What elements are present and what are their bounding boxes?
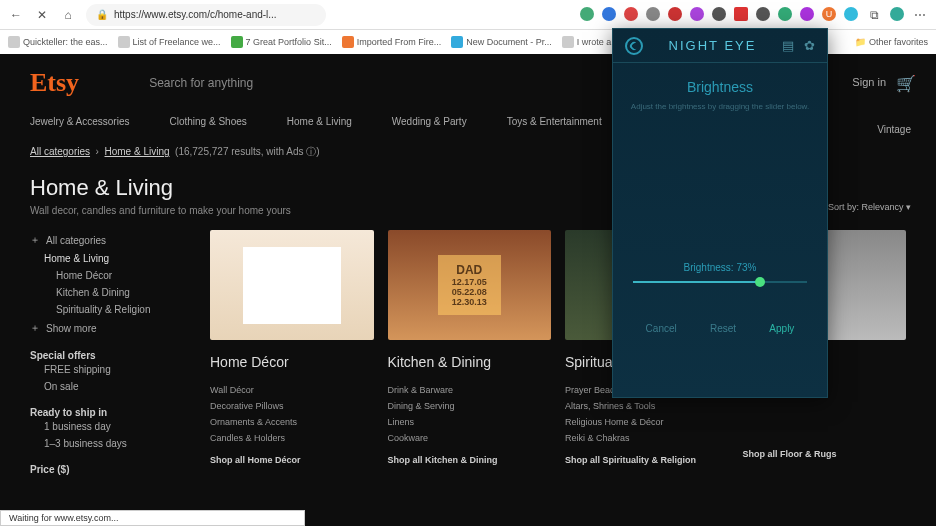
- category-link[interactable]: Wall Décor: [210, 382, 374, 398]
- breadcrumb-link[interactable]: All categories: [30, 146, 90, 157]
- category-link[interactable]: Dining & Serving: [388, 398, 552, 414]
- cancel-button[interactable]: Cancel: [646, 323, 677, 334]
- breadcrumb-link[interactable]: Home & Living: [104, 146, 169, 157]
- sidebar-subcat[interactable]: Kitchen & Dining: [30, 284, 190, 301]
- brightness-slider[interactable]: [633, 281, 807, 283]
- sort-dropdown[interactable]: Sort by: Relevancy ▾: [828, 202, 911, 212]
- product-image-text: DAD 12.17.05 05.22.08 12.30.13: [438, 255, 501, 315]
- bookmark-item[interactable]: New Document - Pr...: [451, 36, 552, 48]
- sidebar-subcat[interactable]: Home Décor: [30, 267, 190, 284]
- show-more[interactable]: ＋ Show more: [30, 318, 190, 338]
- bookmark-item[interactable]: Imported From Fire...: [342, 36, 442, 48]
- cart-icon[interactable]: 🛒: [896, 74, 916, 93]
- category-link[interactable]: Candles & Holders: [210, 430, 374, 446]
- result-count: (16,725,727 results, with Ads ⓘ): [175, 146, 320, 157]
- night-eye-header: NIGHT EYE ▤ ✿: [613, 29, 827, 63]
- gear-icon[interactable]: ✿: [804, 38, 815, 53]
- ext-icon[interactable]: [756, 7, 770, 21]
- category-link[interactable]: Drink & Barware: [388, 382, 552, 398]
- filter-sidebar: ＋ All categories Home & Living Home Déco…: [30, 230, 190, 475]
- night-eye-title: NIGHT EYE: [669, 38, 757, 53]
- ext-icon[interactable]: [712, 7, 726, 21]
- nav-item[interactable]: Jewelry & Accessories: [30, 116, 129, 127]
- close-icon[interactable]: ✕: [34, 7, 50, 23]
- filter-option[interactable]: FREE shipping: [30, 361, 190, 378]
- ext-icon[interactable]: [668, 7, 682, 21]
- night-eye-logo-icon[interactable]: [625, 37, 643, 55]
- collections-icon[interactable]: ⧉: [866, 7, 882, 23]
- brightness-heading: Brightness: [629, 79, 811, 95]
- other-favorites[interactable]: 📁Other favorites: [855, 37, 928, 47]
- shop-all-link[interactable]: Shop all Kitchen & Dining: [388, 452, 552, 468]
- ext-icon[interactable]: [844, 7, 858, 21]
- category-title[interactable]: Kitchen & Dining: [388, 354, 552, 370]
- etsy-logo[interactable]: Etsy: [30, 68, 79, 98]
- menu-icon[interactable]: ⋯: [912, 7, 928, 23]
- nav-item[interactable]: Home & Living: [287, 116, 352, 127]
- nav-item[interactable]: Wedding & Party: [392, 116, 467, 127]
- category-link[interactable]: Religious Home & Décor: [565, 414, 729, 430]
- nav-vintage[interactable]: Vintage: [877, 124, 911, 135]
- profile-icon[interactable]: [890, 7, 904, 21]
- filter-option[interactable]: 1 business day: [30, 418, 190, 435]
- home-icon[interactable]: ⌂: [60, 7, 76, 23]
- ext-icon[interactable]: [602, 7, 616, 21]
- bookmark-item[interactable]: List of Freelance we...: [118, 36, 221, 48]
- chat-icon[interactable]: ▤: [782, 38, 794, 53]
- category-link[interactable]: Reiki & Chakras: [565, 430, 729, 446]
- bookmark-item[interactable]: Quickteller: the eas...: [8, 36, 108, 48]
- sidebar-subcat[interactable]: Spirituality & Religion: [30, 301, 190, 318]
- slider-thumb[interactable]: [755, 277, 765, 287]
- category-column: DAD 12.17.05 05.22.08 12.30.13 Kitchen &…: [388, 230, 552, 475]
- category-title[interactable]: Home Décor: [210, 354, 374, 370]
- ext-icon[interactable]: [624, 7, 638, 21]
- search-input[interactable]: Search for anything: [149, 76, 253, 90]
- ext-icon[interactable]: [580, 7, 594, 21]
- category-thumb[interactable]: [210, 230, 374, 340]
- nav-item[interactable]: Toys & Entertainment: [507, 116, 602, 127]
- sidebar-category[interactable]: Home & Living: [30, 250, 190, 267]
- extension-icons: U ⧉ ⋯: [580, 7, 928, 23]
- reset-button[interactable]: Reset: [710, 323, 736, 334]
- expand-icon[interactable]: ＋ All categories: [30, 230, 190, 250]
- night-eye-body: Brightness Adjust the brightness by drag…: [613, 63, 827, 350]
- brightness-value: Brightness: 73%: [629, 262, 811, 273]
- night-eye-panel: NIGHT EYE ▤ ✿ Brightness Adjust the brig…: [612, 28, 828, 398]
- status-bar: Waiting for www.etsy.com...: [0, 510, 305, 526]
- bookmark-item[interactable]: 7 Great Portfolio Sit...: [231, 36, 332, 48]
- shop-all-link[interactable]: Shop all Floor & Rugs: [743, 446, 907, 462]
- shop-all-link[interactable]: Shop all Home Décor: [210, 452, 374, 468]
- category-link[interactable]: Ornaments & Accents: [210, 414, 374, 430]
- ext-icon[interactable]: [690, 7, 704, 21]
- ext-icon[interactable]: [800, 7, 814, 21]
- brightness-subtext: Adjust the brightness by dragging the sl…: [629, 101, 811, 112]
- ext-icon[interactable]: [646, 7, 660, 21]
- ext-icon[interactable]: U: [822, 7, 836, 21]
- category-link[interactable]: Cookware: [388, 430, 552, 446]
- night-eye-buttons: Cancel Reset Apply: [629, 323, 811, 334]
- apply-button[interactable]: Apply: [769, 323, 794, 334]
- category-link[interactable]: Linens: [388, 414, 552, 430]
- brightness-slider-area: Brightness: 73%: [629, 262, 811, 283]
- lock-icon: 🔒: [96, 9, 108, 20]
- ext-icon[interactable]: [778, 7, 792, 21]
- filter-option[interactable]: 1–3 business days: [30, 435, 190, 452]
- filter-option[interactable]: On sale: [30, 378, 190, 395]
- back-icon[interactable]: ←: [8, 7, 24, 23]
- category-column: Home Décor Wall Décor Decorative Pillows…: [210, 230, 374, 475]
- browser-toolbar: ← ✕ ⌂ 🔒 https://www.etsy.com/c/home-and-…: [0, 0, 936, 30]
- ext-icon[interactable]: [734, 7, 748, 21]
- filter-heading: Ready to ship in: [30, 407, 190, 418]
- url-bar[interactable]: 🔒 https://www.etsy.com/c/home-and-l...: [86, 4, 326, 26]
- signin-link[interactable]: Sign in: [852, 76, 886, 88]
- category-link[interactable]: Decorative Pillows: [210, 398, 374, 414]
- category-thumb[interactable]: DAD 12.17.05 05.22.08 12.30.13: [388, 230, 552, 340]
- filter-heading: Special offers: [30, 350, 190, 361]
- slider-fill: [633, 281, 760, 283]
- shop-all-link[interactable]: Shop all Spirituality & Religion: [565, 452, 729, 468]
- nav-item[interactable]: Clothing & Shoes: [169, 116, 246, 127]
- url-text: https://www.etsy.com/c/home-and-l...: [114, 9, 277, 20]
- filter-heading: Price ($): [30, 464, 190, 475]
- category-link[interactable]: Altars, Shrines & Tools: [565, 398, 729, 414]
